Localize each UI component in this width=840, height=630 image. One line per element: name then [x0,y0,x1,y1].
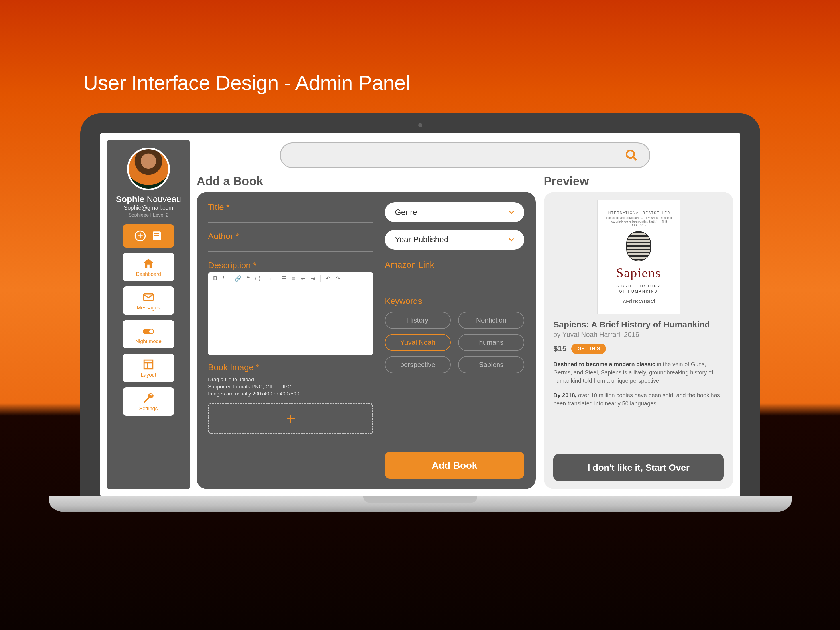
code-icon[interactable]: ( ) [255,275,261,281]
undo-icon[interactable]: ↶ [326,275,330,282]
preview-blurb-1: Destined to become a modern classic in t… [553,360,724,385]
title-input[interactable] [208,214,373,223]
avatar[interactable] [127,148,170,190]
keyword-chip[interactable]: Nonfiction [458,312,524,329]
preview-byline: by Yuval Noah Harrari, 2016 [553,330,724,338]
nav-night-mode[interactable]: Night mode [123,320,174,349]
label-keywords: Keywords [385,296,524,306]
search-input[interactable] [280,142,650,168]
chevron-down-icon [507,235,516,244]
outdent-icon[interactable]: ⇤ [300,275,305,282]
nav-label: Messages [137,305,160,311]
nav-label: Layout [141,372,156,378]
svg-point-8 [627,150,634,158]
sidebar-nav: Dashboard Messages Night mode Layout [123,253,174,416]
app-screen: Sophie Nouveau Sophie@gmail.com Sophieee… [100,133,740,496]
quote-icon[interactable]: ❝ [247,275,250,282]
description-editor[interactable]: B I 🔗 ❝ ( ) ▭ ☰ ≡ [208,272,373,355]
keyword-chip[interactable]: humans [458,334,524,351]
laptop-base [49,496,791,512]
preview-blurb-2: By 2018, over 10 million copies have bee… [553,391,724,408]
list-ol-icon[interactable]: ≡ [292,275,295,281]
keyword-chip[interactable]: perspective [385,356,451,373]
svg-rect-7 [144,360,153,369]
page-heading: User Interface Design - Admin Panel [83,71,410,95]
preview-card: INTERNATIONAL BESTSELLER "Interesting an… [544,192,733,489]
laptop-mockup: Sophie Nouveau Sophie@gmail.com Sophieee… [81,114,760,512]
preview-column: Preview INTERNATIONAL BESTSELLER "Intere… [544,174,733,489]
nav-layout[interactable]: Layout [123,354,174,382]
thumbprint-icon [626,231,651,261]
cover-title: Sapiens [616,265,661,280]
sidebar-quick-add[interactable] [123,224,174,248]
cover-quote: "Interesting and provocative... It gives… [603,216,674,227]
preview-book-title: Sapiens: A Brief History of Humankind [553,320,724,329]
user-meta: Sophieee | Level 2 [128,212,169,218]
nav-label: Settings [139,406,158,412]
image-icon[interactable]: ▭ [265,275,271,282]
author-input[interactable] [208,243,373,252]
nav-label: Night mode [135,338,161,344]
year-label: Year Published [395,235,448,244]
add-book-form: Title * Author * Description * B I [197,192,536,489]
book-icon [151,230,163,242]
label-description: Description * [208,261,373,270]
bold-icon[interactable]: B [213,275,217,281]
label-amazon-link: Amazon Link [385,260,524,270]
nav-settings[interactable]: Settings [123,387,174,416]
add-book-heading: Add a Book [197,174,536,188]
preview-price: $15 [553,344,567,353]
svg-point-6 [149,329,153,333]
link-icon[interactable]: 🔗 [235,275,242,282]
keywords-grid: History Nonfiction Yuval Noah humans per… [385,312,524,373]
cover-subtitle: A BRIEF HISTORY OF HUMANKIND [616,283,661,294]
cover-author: Yuval Noah Harari [622,299,655,303]
preview-heading: Preview [544,174,733,188]
nav-messages[interactable]: Messages [123,286,174,315]
book-cover: INTERNATIONAL BESTSELLER "Interesting an… [597,200,680,314]
list-ul-icon[interactable]: ☰ [281,275,287,282]
redo-icon[interactable]: ↷ [336,275,341,282]
label-author: Author * [208,231,373,241]
cover-banner: INTERNATIONAL BESTSELLER [606,211,670,215]
get-this-button[interactable]: GET THIS [571,344,606,354]
year-select[interactable]: Year Published [385,230,524,249]
add-book-button[interactable]: Add Book [385,452,524,479]
plus-icon [285,412,297,425]
start-over-button[interactable]: I don't like it, Start Over [553,454,724,481]
nav-dashboard[interactable]: Dashboard [123,253,174,281]
mail-icon [142,291,155,304]
sidebar: Sophie Nouveau Sophie@gmail.com Sophieee… [107,140,190,489]
user-name: Sophie Nouveau [116,194,181,204]
editor-toolbar: B I 🔗 ❝ ( ) ▭ ☰ ≡ [208,272,373,284]
italic-icon[interactable]: I [222,275,224,281]
amazon-link-input[interactable] [385,272,524,280]
nav-label: Dashboard [136,271,161,277]
genre-select[interactable]: Genre [385,202,524,222]
indent-icon[interactable]: ⇥ [310,275,315,282]
genre-label: Genre [395,208,417,217]
keyword-chip[interactable]: History [385,312,451,329]
svg-rect-3 [154,235,159,236]
plus-circle-icon [134,230,146,242]
svg-rect-2 [154,233,159,234]
layout-icon [142,358,155,371]
user-email: Sophie@gmail.com [124,205,173,211]
label-title: Title * [208,202,373,212]
upload-hint: Drag a file to upload. Supported formats… [208,376,373,398]
toggle-icon [142,324,155,337]
image-dropzone[interactable] [208,403,373,434]
keyword-chip[interactable]: Yuval Noah [385,334,451,351]
home-icon [142,257,155,270]
search-icon [625,149,638,162]
wrench-icon [142,392,155,404]
chevron-down-icon [507,208,516,216]
keyword-chip[interactable]: Sapiens [458,356,524,373]
main-area: Add a Book Title * Author * Description … [197,140,733,489]
add-book-column: Add a Book Title * Author * Description … [197,174,536,489]
label-book-image: Book Image * [208,362,373,372]
